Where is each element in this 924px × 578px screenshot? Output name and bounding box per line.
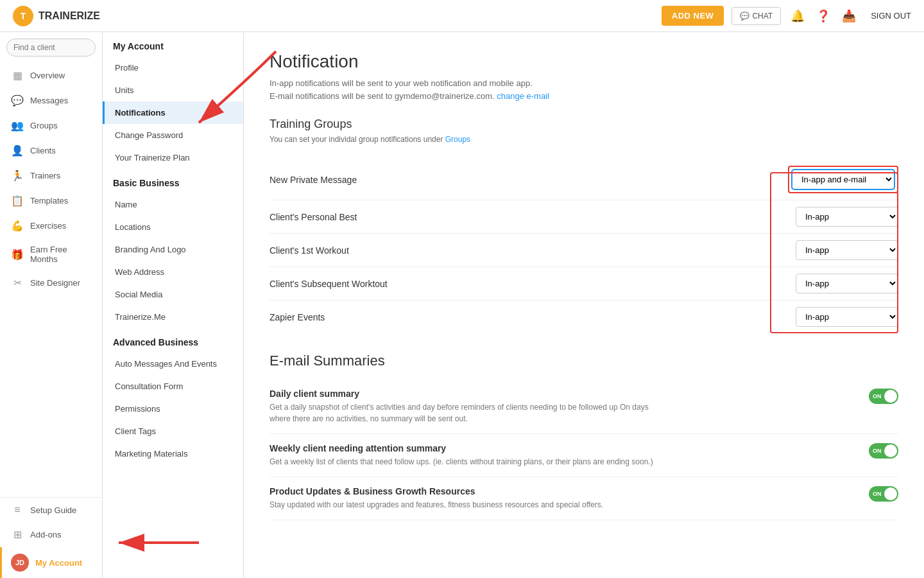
templates-icon: 📋 [11,195,24,207]
page-description: In-app notifications will be sent to you… [270,77,898,102]
summary-row-weekly: Weekly client needing attention summary … [270,434,898,477]
avatar: JD [11,554,29,572]
summary-desc-daily: Get a daily snapshot of client's activit… [270,401,654,425]
groups-link[interactable]: Groups [445,135,470,144]
submenu-item-profile[interactable]: Profile [103,57,243,79]
toggle-knob-daily [884,390,897,403]
toggle-product-updates[interactable]: ON [869,486,898,502]
change-email-link[interactable]: change e-mail [497,91,549,101]
submenu-item-name[interactable]: Name [103,193,243,216]
notif-select-personal-best[interactable]: In-app and e-mail In-app E-mail None [796,207,898,227]
email-summaries-title: E-mail Summaries [270,353,898,369]
toggle-label-product-updates: ON [873,491,882,497]
sidebar-item-label: Exercises [30,221,66,231]
submenu-item-marketing[interactable]: Marketing Materials [103,442,243,465]
messages-icon: 💬 [11,94,24,107]
earn-icon: 🎁 [11,249,24,261]
sidebar-item-clients[interactable]: 👤 Clients [0,138,102,163]
toggle-weekly[interactable]: ON [869,443,898,459]
sidebar-item-messages[interactable]: 💬 Messages [0,88,102,113]
submenu-item-notifications[interactable]: Notifications ➡ [103,101,243,124]
sidebar-item-label: Templates [30,196,68,206]
submenu-item-trainerize-me[interactable]: Trainerize.Me [103,306,243,328]
subtitle-text: You can set your individal group notific… [270,135,443,144]
notif-row-new-private-message: New Private Message In-app and e-mail In… [270,159,898,200]
sidebar-item-exercises[interactable]: 💪 Exercises [0,213,102,238]
sidebar-item-my-account[interactable]: JD My Account ➡ [0,547,102,578]
sidebar-item-label: Earn Free Months [30,245,93,264]
topnav-actions: ADD NEW 💬 CHAT 🔔 ❓ 📥 SIGN OUT [662,6,911,26]
submenu: My Account Profile Units Notifications ➡… [103,32,244,578]
submenu-section-basic-business: Basic Business [103,169,243,193]
submenu-section-advanced-business: Advanced Business [103,328,243,353]
download-icon[interactable]: 📥 [840,7,858,25]
training-groups-title: Training Groups [270,118,898,131]
notif-row-personal-best: Client's Personal Best In-app and e-mail… [270,200,898,234]
desc-line1: In-app notifications will be sent to you… [270,78,533,88]
logo: T TRAINERIZE [13,6,100,26]
toggle-label-daily: ON [873,393,882,399]
submenu-item-units[interactable]: Units [103,79,243,101]
sidebar-item-label: Groups [30,121,58,130]
submenu-item-web-address[interactable]: Web Address [103,261,243,283]
notif-select-new-private-message[interactable]: In-app and e-mail In-app E-mail None [792,170,894,189]
nav-bottom: ≡ Setup Guide ⊞ Add-ons JD My Account ➡ [0,497,102,578]
sidebar-item-label: Site Designer [30,278,80,288]
notif-row-zapier-events: Zapier Events In-app and e-mail In-app E… [270,301,898,333]
notif-label-zapier-events: Zapier Events [270,312,796,322]
add-new-button[interactable]: ADD NEW [662,6,724,26]
submenu-item-consultation-form[interactable]: Consultation Form [103,375,243,398]
chat-label: CHAT [752,12,773,21]
submenu-item-auto-messages[interactable]: Auto Messages And Events [103,353,243,375]
summary-text-daily: Daily client summary Get a daily snapsho… [270,389,654,425]
summary-desc-product-updates: Stay updated with our latest upgrades an… [270,499,603,511]
sidebar-item-overview[interactable]: ▦ Overview [0,63,102,88]
notif-select-zapier-events[interactable]: In-app and e-mail In-app E-mail None [796,307,898,327]
clients-icon: 👤 [11,144,24,157]
sidebar-item-site-designer[interactable]: ✂ Site Designer [0,270,102,295]
submenu-item-your-plan[interactable]: Your Trainerize Plan [103,146,243,169]
summary-text-product-updates: Product Updates & Business Growth Resour… [270,486,603,511]
logo-icon: T [13,6,33,26]
addons-icon: ⊞ [11,529,24,541]
toggle-daily[interactable]: ON [869,389,898,404]
chat-button[interactable]: 💬 CHAT [732,7,781,25]
submenu-section-my-account: My Account [103,32,243,57]
submenu-item-branding[interactable]: Branding And Logo [103,238,243,261]
sidebar-item-templates[interactable]: 📋 Templates [0,188,102,213]
toggle-knob-weekly [884,444,897,457]
desc-line2: E-mail notifications will be sent to gym… [270,91,495,101]
sidebar-item-label: Trainers [30,171,60,180]
notif-select-subsequent-workout[interactable]: In-app and e-mail In-app E-mail None [796,274,898,293]
training-groups-subtitle: You can set your individal group notific… [270,135,898,144]
summary-row-daily: Daily client summary Get a daily snapsho… [270,380,898,434]
submenu-item-social-media[interactable]: Social Media [103,283,243,306]
search-input[interactable] [6,39,96,57]
notif-label-new-private-message: New Private Message [270,175,788,185]
training-groups-section: Training Groups You can set your individ… [270,118,898,144]
help-icon[interactable]: ❓ [814,7,832,25]
search-box [0,32,102,63]
notif-label-1st-workout: Client's 1st Workout [270,245,796,256]
submenu-item-client-tags[interactable]: Client Tags [103,420,243,442]
leftnav: ▦ Overview 💬 Messages 👥 Groups 👤 Clients… [0,32,103,578]
toggle-label-weekly: ON [873,448,882,454]
email-summaries-section: E-mail Summaries Daily client summary Ge… [270,353,898,520]
sidebar-item-groups[interactable]: 👥 Groups [0,113,102,138]
sidebar-item-addons[interactable]: ⊞ Add-ons [0,522,102,547]
main-content: Notification In-app notifications will b… [244,32,924,578]
toggle-knob-product-updates [884,487,897,500]
notif-label-subsequent-workout: Client's Subsequent Worktout [270,279,796,289]
sidebar-item-setup-guide[interactable]: ≡ Setup Guide [0,498,102,522]
sidebar-item-trainers[interactable]: 🏃 Trainers [0,163,102,188]
submenu-item-change-password[interactable]: Change Password [103,124,243,146]
notification-icon[interactable]: 🔔 [789,7,807,25]
sidebar-item-label: Clients [30,146,56,155]
signout-button[interactable]: SIGN OUT [871,11,911,21]
sidebar-item-label: Add-ons [30,530,61,539]
submenu-item-locations[interactable]: Locations [103,216,243,238]
chat-icon: 💬 [740,12,749,21]
sidebar-item-earn-free-months[interactable]: 🎁 Earn Free Months [0,238,102,270]
submenu-item-permissions[interactable]: Permissions [103,398,243,420]
notif-select-1st-workout[interactable]: In-app and e-mail In-app E-mail None [796,240,898,260]
